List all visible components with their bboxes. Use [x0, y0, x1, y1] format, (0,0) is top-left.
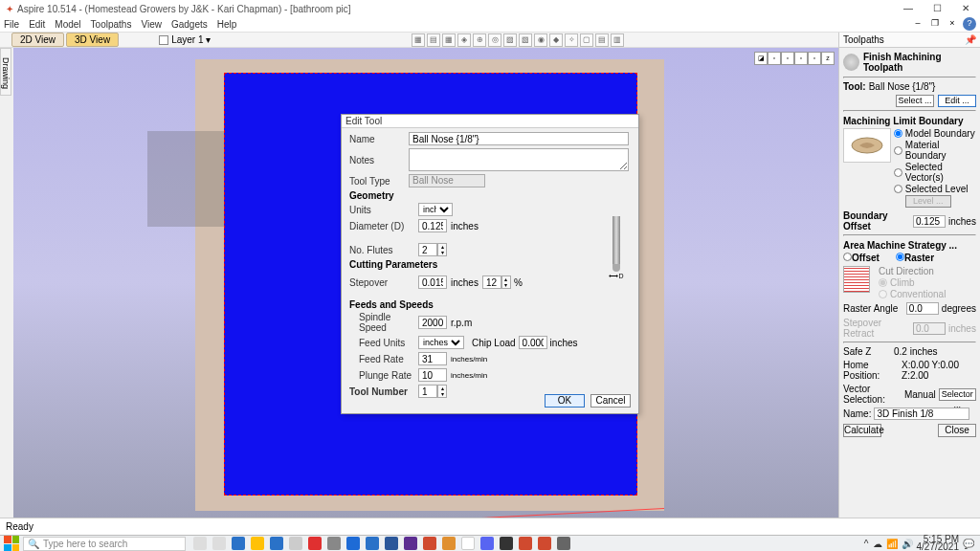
help-icon[interactable]: ? — [963, 17, 976, 31]
toggle-icon-11[interactable]: ✧ — [565, 33, 578, 47]
toggle-icon-8[interactable]: ▧ — [519, 33, 532, 47]
toggle-icon-9[interactable]: ◉ — [534, 33, 547, 47]
tray-clock[interactable]: 5:15 PM4/27/2021 — [917, 536, 960, 551]
tb-app-5[interactable] — [308, 537, 322, 550]
fit-view-icon[interactable]: ▫ — [808, 52, 821, 65]
tab-2d-view[interactable]: 2D View — [11, 33, 64, 47]
tray-notifications-icon[interactable]: 💬 — [963, 539, 974, 549]
calculate-button[interactable]: Calculate — [843, 424, 881, 437]
cancel-button[interactable]: Cancel — [590, 394, 631, 408]
doc-restore[interactable]: ❐ — [928, 17, 942, 31]
toggle-icon-12[interactable]: ▢ — [580, 33, 593, 47]
menu-file[interactable]: File — [4, 19, 19, 30]
tb-app-10[interactable] — [404, 537, 417, 550]
opt-model-boundary[interactable]: Model Boundary — [894, 128, 976, 139]
tray-wifi-icon[interactable]: 📶 — [886, 539, 898, 549]
tb-app-12[interactable] — [442, 537, 456, 550]
toolnum-spinner[interactable]: ▴▾ — [437, 385, 447, 398]
units-select[interactable]: inches — [418, 203, 453, 216]
side-view-icon[interactable]: ▫ — [781, 52, 794, 65]
toggle-icon-13[interactable]: ▤ — [595, 33, 609, 47]
tray-onedrive-icon[interactable]: ☁ — [873, 539, 882, 549]
plunge-input[interactable] — [418, 368, 447, 382]
notes-input[interactable] — [409, 148, 629, 171]
edit-tool-button[interactable]: Edit ... — [938, 95, 976, 107]
toggle-icon-6[interactable]: ◎ — [488, 33, 501, 47]
menu-toolpaths[interactable]: Toolpaths — [91, 19, 132, 30]
tb-app-15[interactable] — [500, 537, 513, 550]
tb-app-16[interactable] — [519, 537, 532, 550]
tpname-input[interactable] — [874, 408, 969, 420]
rangle-input[interactable] — [906, 302, 939, 315]
feedunits-select[interactable]: inches/min — [418, 336, 464, 349]
tb-app-9[interactable] — [385, 537, 398, 550]
front-view-icon[interactable]: ▫ — [768, 52, 781, 65]
tb-app-8[interactable] — [366, 537, 379, 550]
tb-app-4[interactable] — [289, 537, 302, 550]
opt-selected-level[interactable]: Selected Level — [894, 184, 976, 194]
maximize-button[interactable]: ☐ — [923, 0, 951, 17]
toggle-icon-4[interactable]: ◈ — [457, 33, 471, 47]
menu-model[interactable]: Model — [55, 19, 80, 30]
toggle-icon-10[interactable]: ◆ — [549, 33, 563, 47]
flutes-spinner[interactable]: ▴▾ — [437, 243, 447, 256]
start-button[interactable] — [4, 536, 19, 551]
name-input[interactable] — [409, 132, 629, 145]
close-button[interactable]: ✕ — [951, 0, 980, 17]
tb-app-13[interactable] — [461, 537, 475, 550]
z-view-icon[interactable]: z — [821, 52, 835, 65]
stepover-spinner[interactable]: ▴▾ — [501, 276, 511, 289]
panel-pin-icon[interactable]: 📌 — [965, 33, 976, 47]
doc-minimize[interactable]: – — [911, 17, 924, 31]
tb-cortana-icon[interactable] — [193, 537, 207, 550]
layer-selector[interactable]: Layer 1 ▾ — [159, 34, 211, 45]
tb-app-17[interactable] — [538, 537, 551, 550]
stepover-input[interactable] — [418, 276, 447, 289]
toggle-icon-5[interactable]: ⊕ — [473, 33, 486, 47]
tb-app-3[interactable] — [270, 537, 283, 550]
iso-view-icon[interactable]: ◪ — [754, 52, 768, 65]
toggle-icon-1[interactable]: ▦ — [412, 33, 425, 47]
opt-raster[interactable]: Raster — [896, 253, 934, 263]
tb-app-6[interactable] — [327, 537, 341, 550]
select-tool-button[interactable]: Select ... — [896, 95, 934, 107]
stepover-pct-input[interactable] — [482, 276, 501, 289]
tab-3d-view[interactable]: 3D View — [66, 33, 119, 47]
toggle-icon-3[interactable]: ▦ — [442, 33, 456, 47]
tb-app-11[interactable] — [423, 537, 436, 550]
menu-view[interactable]: View — [141, 19, 162, 30]
taskbar-search[interactable]: 🔍 Type here to search — [23, 537, 186, 551]
minimize-button[interactable]: — — [894, 0, 923, 17]
chipload-input[interactable] — [519, 336, 547, 349]
tb-app-18[interactable] — [557, 537, 570, 550]
toolnum-input[interactable] — [418, 385, 437, 398]
tb-app-2[interactable] — [251, 537, 264, 550]
tb-app-7[interactable] — [346, 537, 360, 550]
doc-close[interactable]: × — [946, 17, 959, 31]
spindle-input[interactable] — [418, 316, 447, 329]
tray-chevron-icon[interactable]: ^ — [864, 539, 869, 549]
close-panel-button[interactable]: Close — [938, 424, 976, 437]
flutes-input[interactable] — [418, 243, 437, 256]
menu-edit[interactable]: Edit — [29, 19, 45, 30]
opt-material-boundary[interactable]: Material Boundary — [894, 140, 976, 161]
ok-button[interactable]: OK — [545, 394, 585, 408]
opt-offset[interactable]: Offset — [843, 253, 880, 263]
menu-gadgets[interactable]: Gadgets — [171, 19, 208, 30]
selector-button[interactable]: Selector ... — [939, 388, 976, 401]
tb-app-1[interactable] — [232, 537, 245, 550]
feedrate-input[interactable] — [418, 352, 447, 365]
tb-taskview-icon[interactable] — [212, 537, 226, 550]
top-view-icon[interactable]: ▫ — [794, 52, 808, 65]
diameter-input[interactable] — [418, 219, 447, 232]
tray-volume-icon[interactable]: 🔊 — [902, 539, 913, 549]
toggle-icon-14[interactable]: ▥ — [611, 33, 624, 47]
tooltype-select[interactable]: Ball Nose — [409, 174, 485, 187]
menu-help[interactable]: Help — [217, 19, 237, 30]
boffset-input[interactable] — [913, 215, 946, 228]
toggle-icon-2[interactable]: ▤ — [427, 33, 440, 47]
opt-selected-vectors[interactable]: Selected Vector(s) — [894, 162, 976, 183]
tb-app-14[interactable] — [480, 537, 494, 550]
drawing-tab[interactable]: Drawing — [0, 48, 11, 96]
toggle-icon-7[interactable]: ▨ — [503, 33, 517, 47]
